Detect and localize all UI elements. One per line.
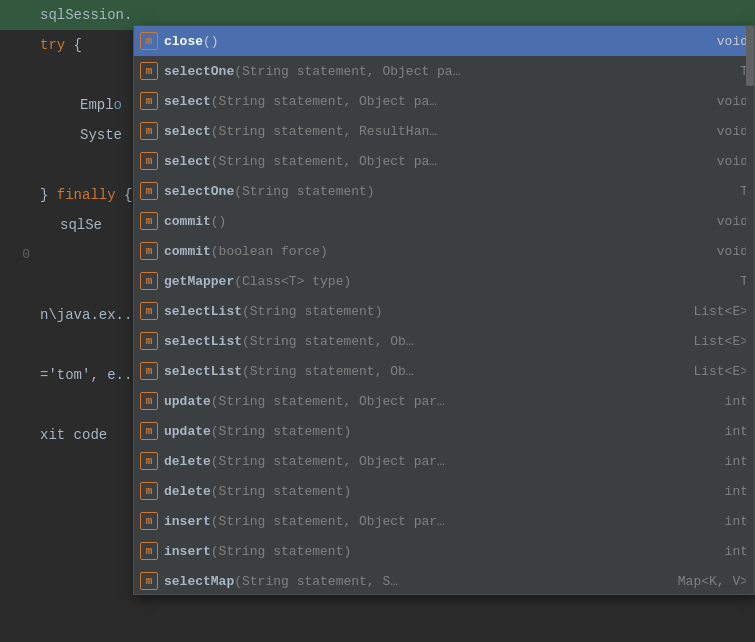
method-icon: m (140, 392, 158, 410)
method-icon: m (140, 362, 158, 380)
code-content: ='tom', e... (40, 360, 141, 390)
autocomplete-item-selectlist1[interactable]: m selectList (String statement) List<E> (134, 296, 754, 326)
method-name: delete (164, 454, 211, 469)
method-icon: m (140, 422, 158, 440)
method-return: List<E> (683, 364, 748, 379)
autocomplete-dropdown[interactable]: m close () void m selectOne (String stat… (133, 25, 755, 595)
autocomplete-item-selectone2[interactable]: m selectOne (String statement) T (134, 176, 754, 206)
method-return: int (715, 514, 748, 529)
method-return: int (715, 394, 748, 409)
method-params: (String statement) (211, 544, 351, 559)
method-params: (String statement, Ob… (242, 364, 414, 379)
autocomplete-item-insert2[interactable]: m insert (String statement) int (134, 536, 754, 566)
method-icon: m (140, 512, 158, 530)
method-params: (String statement, Object pa… (211, 154, 437, 169)
autocomplete-item-insert1[interactable]: m insert (String statement, Object par… … (134, 506, 754, 536)
code-content: Syste (40, 120, 122, 150)
method-icon: m (140, 272, 158, 290)
autocomplete-item-selectmap1[interactable]: m selectMap (String statement, S… Map<K,… (134, 566, 754, 595)
method-icon: m (140, 32, 158, 50)
method-icon: m (140, 332, 158, 350)
method-params: () (203, 34, 219, 49)
autocomplete-item-selectlist2[interactable]: m selectList (String statement, Ob… List… (134, 326, 754, 356)
method-return: void (707, 154, 748, 169)
method-params: (String statement) (211, 424, 351, 439)
autocomplete-item-commit1[interactable]: m commit () void (134, 206, 754, 236)
method-params: (String statement, Object pa… (234, 64, 460, 79)
method-icon: m (140, 242, 158, 260)
method-params: (boolean force) (211, 244, 328, 259)
method-name: select (164, 94, 211, 109)
method-params: (String statement, Ob… (242, 334, 414, 349)
method-name: selectList (164, 364, 242, 379)
method-return: void (707, 124, 748, 139)
method-params: (Class<T> type) (234, 274, 351, 289)
code-keyword: try (40, 30, 65, 60)
method-name: close (164, 34, 203, 49)
autocomplete-item-close[interactable]: m close () void (134, 26, 754, 56)
method-return: int (715, 544, 748, 559)
method-name: update (164, 394, 211, 409)
method-name: insert (164, 514, 211, 529)
method-icon: m (140, 572, 158, 590)
method-params: (String statement, Object par… (211, 514, 445, 529)
method-icon: m (140, 152, 158, 170)
code-content: sqlSe (40, 210, 102, 240)
autocomplete-item-commit2[interactable]: m commit (boolean force) void (134, 236, 754, 266)
method-params: (String statement, Object par… (211, 394, 445, 409)
method-name: selectList (164, 334, 242, 349)
autocomplete-item-update1[interactable]: m update (String statement, Object par… … (134, 386, 754, 416)
autocomplete-scroll-thumb[interactable] (746, 26, 754, 86)
method-params: (String statement) (211, 484, 351, 499)
method-return: void (707, 244, 748, 259)
method-return: List<E> (683, 334, 748, 349)
method-params: (String statement, Object par… (211, 454, 445, 469)
autocomplete-item-selectone1[interactable]: m selectOne (String statement, Object pa… (134, 56, 754, 86)
code-content: xit code (40, 420, 107, 450)
method-name: insert (164, 544, 211, 559)
method-name: update (164, 424, 211, 439)
autocomplete-item-selectlist3[interactable]: m selectList (String statement, Ob… List… (134, 356, 754, 386)
autocomplete-item-delete1[interactable]: m delete (String statement, Object par… … (134, 446, 754, 476)
method-name: selectMap (164, 574, 234, 589)
autocomplete-item-getmapper[interactable]: m getMapper (Class<T> type) T (134, 266, 754, 296)
method-name: commit (164, 244, 211, 259)
autocomplete-item-select1[interactable]: m select (String statement, Object pa… v… (134, 86, 754, 116)
method-icon: m (140, 62, 158, 80)
method-name: selectOne (164, 64, 234, 79)
method-name: commit (164, 214, 211, 229)
code-content: Emplo (40, 90, 122, 120)
autocomplete-item-delete2[interactable]: m delete (String statement) int (134, 476, 754, 506)
method-params: (String statement, ResultHan… (211, 124, 437, 139)
code-content: sqlSession. (40, 0, 132, 30)
method-name: getMapper (164, 274, 234, 289)
method-icon: m (140, 542, 158, 560)
method-params: (String statement, S… (234, 574, 398, 589)
method-params: (String statement) (234, 184, 374, 199)
autocomplete-item-select3[interactable]: m select (String statement, Object pa… v… (134, 146, 754, 176)
method-name: select (164, 124, 211, 139)
code-content: n\java.ex... (40, 300, 141, 330)
code-keyword-finally: finally (57, 180, 116, 210)
method-params: (String statement) (242, 304, 382, 319)
method-name: select (164, 154, 211, 169)
autocomplete-scrollbar[interactable] (746, 26, 754, 594)
method-params: () (211, 214, 227, 229)
method-icon: m (140, 452, 158, 470)
method-icon: m (140, 122, 158, 140)
method-return: void (707, 94, 748, 109)
method-return: void (707, 214, 748, 229)
method-icon: m (140, 482, 158, 500)
method-return: Map<K, V> (668, 574, 748, 589)
method-icon: m (140, 182, 158, 200)
autocomplete-item-select2[interactable]: m select (String statement, ResultHan… v… (134, 116, 754, 146)
method-icon: m (140, 302, 158, 320)
method-return: int (715, 454, 748, 469)
method-return: int (715, 484, 748, 499)
method-name: selectOne (164, 184, 234, 199)
method-name: delete (164, 484, 211, 499)
method-icon: m (140, 92, 158, 110)
method-return: int (715, 424, 748, 439)
autocomplete-item-update2[interactable]: m update (String statement) int (134, 416, 754, 446)
method-return: void (707, 34, 748, 49)
